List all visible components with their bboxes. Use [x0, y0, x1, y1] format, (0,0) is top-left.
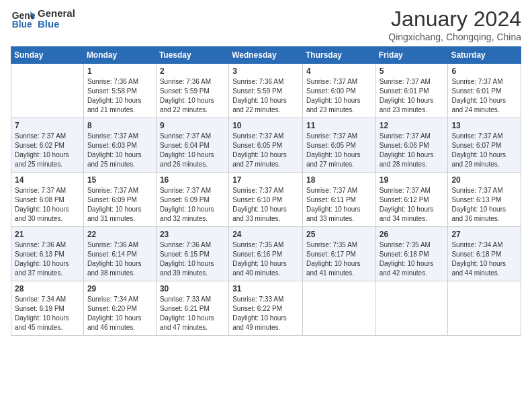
- col-sunday: Sunday: [11, 47, 84, 64]
- day-info: Sunrise: 7:37 AMSunset: 6:07 PMDaylight:…: [451, 132, 517, 169]
- calendar-cell-w1-d1: [11, 64, 84, 118]
- calendar-cell-w5-d5: [302, 281, 375, 336]
- day-info: Sunrise: 7:36 AMSunset: 5:59 PMDaylight:…: [232, 77, 299, 115]
- calendar-cell-w5-d3: 30Sunrise: 7:33 AMSunset: 6:21 PMDayligh…: [156, 281, 228, 336]
- day-info: Sunrise: 7:34 AMSunset: 6:18 PMDaylight:…: [451, 240, 517, 278]
- calendar-cell-w3-d1: 14Sunrise: 7:37 AMSunset: 6:08 PMDayligh…: [11, 173, 84, 227]
- calendar-week-3: 14Sunrise: 7:37 AMSunset: 6:08 PMDayligh…: [11, 173, 521, 227]
- calendar-cell-w2-d2: 8Sunrise: 7:37 AMSunset: 6:03 PMDaylight…: [83, 118, 156, 173]
- calendar-cell-w1-d7: 6Sunrise: 7:37 AMSunset: 6:01 PMDaylight…: [448, 64, 521, 118]
- calendar-cell-w2-d7: 13Sunrise: 7:37 AMSunset: 6:07 PMDayligh…: [448, 118, 521, 173]
- calendar-cell-w3-d4: 17Sunrise: 7:37 AMSunset: 6:10 PMDayligh…: [229, 173, 303, 227]
- calendar-cell-w4-d1: 21Sunrise: 7:36 AMSunset: 6:13 PMDayligh…: [11, 227, 84, 281]
- day-number: 31: [232, 284, 299, 293]
- day-number: 9: [160, 121, 225, 130]
- col-monday: Monday: [83, 47, 156, 64]
- day-info: Sunrise: 7:37 AMSunset: 6:06 PMDaylight:…: [380, 132, 445, 169]
- calendar-week-5: 28Sunrise: 7:34 AMSunset: 6:19 PMDayligh…: [11, 281, 521, 336]
- header: General Blue General Blue January 2024 Q…: [11, 7, 521, 42]
- col-tuesday: Tuesday: [156, 47, 228, 64]
- day-number: 14: [15, 175, 80, 185]
- calendar-header-row: Sunday Monday Tuesday Wednesday Thursday…: [11, 47, 521, 64]
- day-info: Sunrise: 7:37 AMSunset: 6:12 PMDaylight:…: [380, 186, 445, 224]
- day-info: Sunrise: 7:37 AMSunset: 6:04 PMDaylight:…: [160, 132, 225, 169]
- day-number: 16: [160, 175, 225, 185]
- logo: General Blue General Blue: [11, 7, 75, 31]
- day-number: 7: [15, 121, 80, 130]
- calendar-cell-w3-d5: 18Sunrise: 7:37 AMSunset: 6:11 PMDayligh…: [302, 173, 375, 227]
- calendar-cell-w2-d3: 9Sunrise: 7:37 AMSunset: 6:04 PMDaylight…: [156, 118, 228, 173]
- day-info: Sunrise: 7:37 AMSunset: 6:08 PMDaylight:…: [15, 186, 80, 224]
- calendar-cell-w5-d2: 29Sunrise: 7:34 AMSunset: 6:20 PMDayligh…: [83, 281, 156, 336]
- day-info: Sunrise: 7:37 AMSunset: 6:10 PMDaylight:…: [232, 186, 299, 224]
- day-number: 5: [380, 66, 445, 76]
- day-number: 29: [87, 284, 152, 293]
- day-number: 27: [451, 230, 517, 239]
- day-number: 6: [451, 66, 517, 76]
- col-thursday: Thursday: [302, 47, 375, 64]
- day-number: 19: [380, 175, 445, 185]
- day-info: Sunrise: 7:33 AMSunset: 6:22 PMDaylight:…: [232, 295, 299, 332]
- calendar-table: Sunday Monday Tuesday Wednesday Thursday…: [11, 46, 521, 336]
- logo-blue: Blue: [38, 19, 75, 30]
- day-info: Sunrise: 7:37 AMSunset: 6:05 PMDaylight:…: [306, 132, 372, 169]
- day-number: 8: [87, 121, 152, 130]
- day-info: Sunrise: 7:37 AMSunset: 6:00 PMDaylight:…: [306, 77, 372, 115]
- day-info: Sunrise: 7:34 AMSunset: 6:20 PMDaylight:…: [87, 295, 152, 332]
- day-number: 1: [87, 66, 152, 76]
- calendar-cell-w5-d4: 31Sunrise: 7:33 AMSunset: 6:22 PMDayligh…: [229, 281, 303, 336]
- day-info: Sunrise: 7:35 AMSunset: 6:17 PMDaylight:…: [306, 240, 372, 278]
- calendar-cell-w3-d6: 19Sunrise: 7:37 AMSunset: 6:12 PMDayligh…: [375, 173, 448, 227]
- calendar-cell-w2-d1: 7Sunrise: 7:37 AMSunset: 6:02 PMDaylight…: [11, 118, 84, 173]
- page: General Blue General Blue January 2024 Q…: [0, 0, 532, 411]
- calendar-cell-w1-d5: 4Sunrise: 7:37 AMSunset: 6:00 PMDaylight…: [302, 64, 375, 118]
- calendar-cell-w3-d7: 20Sunrise: 7:37 AMSunset: 6:13 PMDayligh…: [448, 173, 521, 227]
- calendar-cell-w4-d5: 25Sunrise: 7:35 AMSunset: 6:17 PMDayligh…: [302, 227, 375, 281]
- day-number: 2: [160, 66, 225, 76]
- day-number: 3: [232, 66, 299, 76]
- calendar-cell-w4-d2: 22Sunrise: 7:36 AMSunset: 6:14 PMDayligh…: [83, 227, 156, 281]
- calendar-week-1: 1Sunrise: 7:36 AMSunset: 5:58 PMDaylight…: [11, 64, 521, 118]
- calendar-cell-w1-d4: 3Sunrise: 7:36 AMSunset: 5:59 PMDaylight…: [229, 64, 303, 118]
- title-block: January 2024 Qingxichang, Chongqing, Chi…: [388, 7, 521, 42]
- day-info: Sunrise: 7:36 AMSunset: 6:15 PMDaylight:…: [160, 240, 225, 278]
- location: Qingxichang, Chongqing, China: [388, 32, 521, 42]
- day-number: 10: [232, 121, 299, 130]
- calendar-cell-w5-d6: [375, 281, 448, 336]
- day-info: Sunrise: 7:35 AMSunset: 6:16 PMDaylight:…: [232, 240, 299, 278]
- calendar-cell-w3-d2: 15Sunrise: 7:37 AMSunset: 6:09 PMDayligh…: [83, 173, 156, 227]
- logo-icon: General Blue: [11, 7, 35, 31]
- day-number: 17: [232, 175, 299, 185]
- day-info: Sunrise: 7:34 AMSunset: 6:19 PMDaylight:…: [15, 295, 80, 332]
- day-number: 24: [232, 230, 299, 239]
- day-number: 11: [306, 121, 372, 130]
- day-info: Sunrise: 7:33 AMSunset: 6:21 PMDaylight:…: [160, 295, 225, 332]
- day-info: Sunrise: 7:37 AMSunset: 6:11 PMDaylight:…: [306, 186, 372, 224]
- day-info: Sunrise: 7:37 AMSunset: 6:01 PMDaylight:…: [451, 77, 517, 115]
- day-number: 21: [15, 230, 80, 239]
- calendar-cell-w4-d6: 26Sunrise: 7:35 AMSunset: 6:18 PMDayligh…: [375, 227, 448, 281]
- day-info: Sunrise: 7:37 AMSunset: 6:09 PMDaylight:…: [160, 186, 225, 224]
- day-number: 30: [160, 284, 225, 293]
- calendar-cell-w4-d7: 27Sunrise: 7:34 AMSunset: 6:18 PMDayligh…: [448, 227, 521, 281]
- day-info: Sunrise: 7:36 AMSunset: 6:14 PMDaylight:…: [87, 240, 152, 278]
- col-saturday: Saturday: [448, 47, 521, 64]
- calendar-cell-w5-d7: [448, 281, 521, 336]
- calendar-cell-w4-d3: 23Sunrise: 7:36 AMSunset: 6:15 PMDayligh…: [156, 227, 228, 281]
- day-number: 22: [87, 230, 152, 239]
- svg-text:Blue: Blue: [12, 19, 32, 30]
- calendar-cell-w3-d3: 16Sunrise: 7:37 AMSunset: 6:09 PMDayligh…: [156, 173, 228, 227]
- col-friday: Friday: [375, 47, 448, 64]
- calendar-cell-w1-d2: 1Sunrise: 7:36 AMSunset: 5:58 PMDaylight…: [83, 64, 156, 118]
- calendar-cell-w5-d1: 28Sunrise: 7:34 AMSunset: 6:19 PMDayligh…: [11, 281, 84, 336]
- day-info: Sunrise: 7:37 AMSunset: 6:03 PMDaylight:…: [87, 132, 152, 169]
- calendar-week-4: 21Sunrise: 7:36 AMSunset: 6:13 PMDayligh…: [11, 227, 521, 281]
- calendar-cell-w2-d4: 10Sunrise: 7:37 AMSunset: 6:05 PMDayligh…: [229, 118, 303, 173]
- day-info: Sunrise: 7:36 AMSunset: 5:59 PMDaylight:…: [160, 77, 225, 115]
- day-number: 18: [306, 175, 372, 185]
- day-number: 20: [451, 175, 517, 185]
- day-number: 26: [380, 230, 445, 239]
- calendar-cell-w2-d6: 12Sunrise: 7:37 AMSunset: 6:06 PMDayligh…: [375, 118, 448, 173]
- calendar-cell-w2-d5: 11Sunrise: 7:37 AMSunset: 6:05 PMDayligh…: [302, 118, 375, 173]
- day-number: 25: [306, 230, 372, 239]
